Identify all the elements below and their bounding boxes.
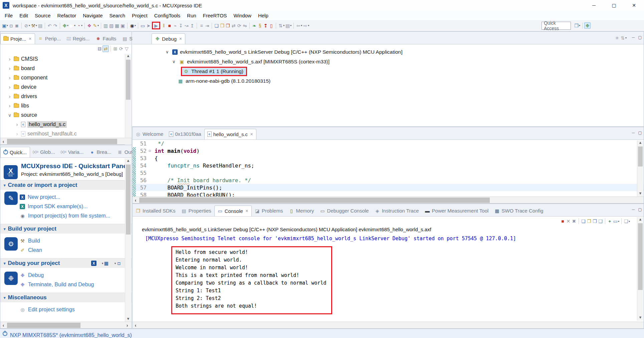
refresh-view[interactable]: ⟳ (118, 46, 124, 52)
disconnect[interactable]: ⌁ (172, 23, 178, 28)
console-hscrollbar[interactable]: ‹ (133, 322, 644, 328)
table[interactable]: ▦ (114, 23, 120, 28)
quickstart-link-terminate-build-and-debug[interactable]: ❉Terminate, Build and Debug (20, 280, 132, 289)
save[interactable]: ◘ (8, 23, 14, 28)
refresh[interactable]: ⟳ (236, 23, 242, 28)
display-selected-console[interactable]: ▭▾ (613, 219, 620, 224)
view-menu[interactable]: ▽ (124, 46, 130, 52)
expand-arrow-icon[interactable]: ∨ (166, 49, 170, 54)
quick-access-box[interactable]: Quick Access (542, 22, 571, 30)
compare[interactable]: ▧ (109, 23, 114, 28)
menu-source[interactable]: Source (31, 12, 54, 19)
menu-edit[interactable]: Edit (16, 12, 31, 19)
pencil[interactable]: ✎▾ (92, 23, 99, 28)
skip-breakpoints[interactable]: ⊘▾ (23, 23, 30, 28)
link-with-editor[interactable]: ⇄ (102, 45, 109, 52)
tab-properties[interactable]: ▤Properties (178, 206, 214, 216)
pin-console[interactable]: ⌖ (607, 219, 613, 224)
clear-console[interactable]: ❏ (581, 219, 586, 224)
quickstart-vscrollbar[interactable]: ▲▼ (125, 158, 131, 322)
forward[interactable]: ⇨▾ (302, 23, 309, 28)
expand-arrow-icon[interactable]: › (8, 94, 12, 99)
tab-peripherals[interactable]: ⌗Perip... (35, 33, 64, 44)
step-into[interactable]: ↧ (178, 23, 184, 28)
dropdown-caret-icon[interactable]: ▾ (290, 24, 291, 27)
remove-all-launches[interactable]: ✖ (571, 219, 577, 224)
word-wrap[interactable]: ❒ (592, 219, 598, 224)
dropdown-caret-icon[interactable]: ▾ (81, 24, 82, 27)
remove-launch[interactable]: ✕ (566, 219, 571, 224)
tab-project-explorer[interactable]: Proje...✕ (0, 33, 35, 44)
user[interactable]: ◉▾ (129, 23, 136, 28)
dropdown-caret-icon[interactable]: ▾ (7, 24, 8, 27)
annotations[interactable]: ▤▾ (285, 23, 292, 28)
expand-arrow-icon[interactable]: › (8, 56, 12, 62)
terminate-console[interactable]: ■ (560, 219, 566, 224)
config-tools[interactable]: ❖ (86, 23, 92, 28)
view-filter[interactable]: ✳ (614, 35, 620, 41)
quickstart-link-import-sdk-example-s-[interactable]: XImport SDK example(s)... (20, 202, 132, 211)
tree-item-source[interactable]: ∨source (0, 110, 132, 120)
chip[interactable]: ▣ (120, 23, 126, 28)
tab-variables[interactable]: (x)=Varia... (58, 147, 87, 157)
editor-minmax[interactable]: ─▢ (631, 130, 642, 135)
link[interactable]: § (257, 23, 263, 28)
code-line-51[interactable]: 51 */ (133, 140, 644, 147)
instruction-stepping[interactable]: ≡ (199, 23, 204, 28)
menu-navigate[interactable]: Navigate (79, 12, 106, 19)
close-icon[interactable]: ✕ (245, 209, 248, 213)
menu-search[interactable]: Search (106, 12, 129, 19)
tree-item-semihost-hardfault-c[interactable]: ›csemihost_hardfault.c (0, 129, 132, 138)
tab-breakpoints[interactable]: ●Brea... (86, 147, 114, 157)
debug-perspective[interactable]: ❉ (584, 22, 591, 29)
tab-console[interactable]: ▭Console✕ (214, 206, 252, 216)
dropdown-caret-icon[interactable]: ▾ (579, 24, 580, 27)
dropdown-caret-icon[interactable]: ▾ (308, 24, 309, 27)
code-line-53[interactable]: 53{ (133, 154, 644, 162)
code-line-55[interactable]: 55 (133, 169, 644, 177)
open-console[interactable]: ❏▾ (623, 219, 630, 224)
code-line-52[interactable]: 52⊖int main(void) (133, 147, 644, 154)
debug-view-minmax[interactable]: ─▢ (631, 35, 642, 40)
close-button[interactable]: ✕ (624, 0, 644, 11)
step-return[interactable]: ↥ (189, 23, 195, 28)
quickstart-link-build[interactable]: ⚒Build (20, 236, 132, 246)
quickstart-link-edit-project-settings[interactable]: ◎Edit project settings (20, 305, 132, 314)
code-editor[interactable]: 51 */52⊖int main(void)53{54 funcptr_ns R… (133, 140, 644, 199)
doc-red[interactable]: ▯ (268, 23, 274, 28)
tab-faults[interactable]: ✸Faults (93, 33, 120, 44)
tab-debugger-console[interactable]: ▭Debugger Console (317, 206, 372, 216)
section-collapse-icon[interactable]: ▾ (4, 227, 6, 231)
probe[interactable]: ➤ (146, 23, 151, 28)
swap[interactable]: ⇄ (231, 23, 236, 28)
tree-item-board[interactable]: ›board (0, 64, 132, 73)
new-file[interactable]: ▤ (37, 23, 43, 28)
tab-debug[interactable]: ❉ Debug ✕ (152, 33, 185, 44)
show-stdout[interactable]: ❑ (598, 219, 603, 224)
dropdown-caret-icon[interactable]: ▾ (102, 262, 103, 265)
debug-tree-row[interactable]: ∨▣evkmimxrt685_hello_world_s.axf [MIMXRT… (132, 57, 644, 66)
expand-arrow-icon[interactable]: › (8, 75, 12, 80)
tree-item-hello-world-s-c[interactable]: ›chello_world_s.c (0, 120, 132, 129)
code-line-57[interactable]: 57 BOARD_InitPins(); (133, 184, 644, 191)
expand-arrow-icon[interactable]: ∨ (172, 59, 177, 64)
expand-arrow-icon[interactable]: › (15, 131, 19, 136)
close-icon[interactable]: ✕ (250, 132, 253, 136)
section-collapse-icon[interactable]: ▾ (4, 296, 6, 300)
undo[interactable]: ↶ (47, 23, 52, 28)
dropdown-caret-icon[interactable]: ▾ (283, 24, 284, 27)
dropdown-caret-icon[interactable]: ▾ (625, 36, 627, 39)
tree-item-cmsis[interactable]: ›CMSIS (0, 54, 132, 64)
profile[interactable]: ◔▾ (76, 23, 83, 28)
tab-memory[interactable]: ▯Memory (286, 206, 317, 216)
code-line-54[interactable]: 54 funcptr_ns ResetHandler_ns; (133, 162, 644, 169)
dropdown-caret-icon[interactable]: ▾ (74, 24, 75, 27)
quickstart-hscrollbar[interactable]: ‹› (0, 322, 132, 328)
menu-freertos[interactable]: FreeRTOS (200, 12, 230, 19)
minimize-button[interactable]: ─ (584, 0, 604, 11)
quickstart-link-import-project-s-from-file-system-[interactable]: ◉Import project(s) from file system... (20, 211, 132, 221)
suspend[interactable]: ‖ (161, 23, 167, 28)
scroll-lock[interactable]: ❐ (586, 219, 592, 224)
expand-arrow-icon[interactable]: › (15, 122, 19, 127)
move-to-line[interactable]: ⇥ (204, 23, 210, 28)
